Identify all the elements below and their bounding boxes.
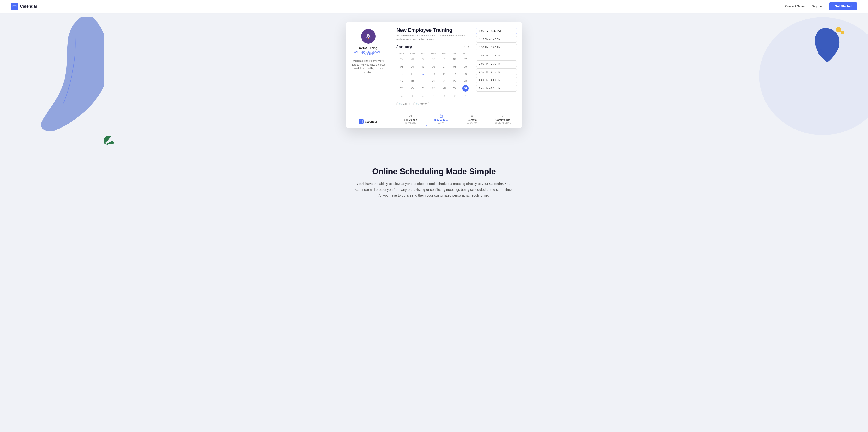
company-name: Acme Hiring xyxy=(359,46,377,50)
cal-day[interactable]: 22 xyxy=(452,78,458,84)
time-slot-7[interactable]: 2:45 PM – 3:15 PM xyxy=(476,85,517,92)
app-subtitle: Welcome to the team! Please select a dat… xyxy=(396,34,471,41)
time-slot-label: 2:15 PM – 2:45 PM xyxy=(479,70,500,73)
slot-arrow-icon: → xyxy=(511,29,514,32)
time-slot-label: 1:45 PM – 2:15 PM xyxy=(479,54,500,57)
contact-sales-link[interactable]: Contact Sales xyxy=(785,4,805,8)
tab-datetime[interactable]: Date & Time WHEN xyxy=(426,113,456,126)
app-card: Acme Hiring CALENDAR.COM/ACME-CO/HIRING … xyxy=(346,22,522,128)
cal-day[interactable]: 09 xyxy=(462,63,469,70)
tab-remote-label: Remote xyxy=(467,119,476,121)
cal-day[interactable]: 06 xyxy=(430,63,437,70)
calendar-week-4: 17 18 19 20 21 22 23 xyxy=(396,78,471,85)
svg-rect-0 xyxy=(13,5,16,8)
clock-icon-2: 🕐 xyxy=(416,103,418,106)
sign-in-link[interactable]: Sign In xyxy=(812,4,822,8)
cal-day[interactable]: 07 xyxy=(441,63,447,70)
cal-day[interactable]: 20 xyxy=(430,78,437,84)
cal-day[interactable]: 14 xyxy=(441,71,447,77)
cal-day[interactable]: 24 xyxy=(398,85,405,92)
cal-day[interactable]: 16 xyxy=(462,71,469,77)
decorative-leaf-right xyxy=(809,26,845,68)
company-description: Welcome to the team! We're here to help … xyxy=(350,59,386,74)
time-slots-panel: 1:00 PM – 1:30 PM → 1:15 PM – 1:45 PM 1:… xyxy=(476,27,517,93)
cal-day[interactable]: 03 xyxy=(398,63,405,70)
time-slot-2[interactable]: 1:30 PM – 2:00 PM xyxy=(476,44,517,51)
cal-day[interactable]: 5 xyxy=(441,92,447,99)
cal-day[interactable]: 4 xyxy=(430,92,437,99)
time-slot-label: 2:30 PM – 3:00 PM xyxy=(479,79,500,81)
cal-day[interactable]: 26 xyxy=(420,85,426,92)
cal-day[interactable]: 04 xyxy=(409,63,415,70)
time-slot-3[interactable]: 1:45 PM – 2:15 PM xyxy=(476,52,517,59)
time-slot-1[interactable]: 1:15 PM – 1:45 PM xyxy=(476,36,517,42)
cal-day[interactable]: 28 xyxy=(441,85,447,92)
cal-day[interactable]: 31 xyxy=(441,56,447,62)
calendar-grid: SUN MON TUE WED THU FRI SAT 27 xyxy=(396,52,471,99)
time-slot-label: 1:00 PM – 1:30 PM xyxy=(479,29,501,32)
cal-day[interactable]: 27 xyxy=(430,85,437,92)
cal-day[interactable]: 01 xyxy=(452,56,458,62)
cal-day[interactable]: 18 xyxy=(409,78,415,84)
cal-day[interactable]: 19 xyxy=(420,78,426,84)
svg-point-6 xyxy=(836,27,841,32)
remote-icon: 🖥 xyxy=(470,114,474,118)
tab-duration-label: 1 hr 30 min xyxy=(404,119,417,121)
cal-day[interactable]: 3 xyxy=(420,92,426,99)
time-slot-5[interactable]: 2:15 PM – 2:45 PM xyxy=(476,68,517,75)
calendar-day-headers: SUN MON TUE WED THU FRI SAT xyxy=(396,52,471,55)
cal-day-today[interactable]: 12 xyxy=(420,71,426,77)
cal-day[interactable]: 15 xyxy=(452,71,458,77)
cal-day[interactable]: 08 xyxy=(452,63,458,70)
svg-point-4 xyxy=(14,6,15,7)
get-started-button[interactable]: Get Started xyxy=(829,2,857,10)
cal-day[interactable]: 30 xyxy=(430,56,437,62)
cal-day[interactable]: 2 xyxy=(409,92,415,99)
calendar-next-button[interactable]: › xyxy=(467,45,471,49)
time-slot-4[interactable]: 2:00 PM – 2:30 PM xyxy=(476,60,517,67)
cal-day[interactable]: 23 xyxy=(462,78,469,84)
tab-datetime-sublabel: WHEN xyxy=(438,122,445,124)
tab-duration-sublabel: HOW LONG xyxy=(405,122,416,124)
cal-day[interactable]: 21 xyxy=(441,78,447,84)
datetime-icon xyxy=(440,114,443,118)
time-slot-label: 1:30 PM – 2:00 PM xyxy=(479,46,500,49)
sidebar-footer-logo-icon xyxy=(359,119,364,124)
cal-day[interactable]: 27 xyxy=(398,56,405,62)
cal-day[interactable]: 7 xyxy=(462,92,469,99)
tab-confirm[interactable]: ☑ Confirm Info BOOK MEETING xyxy=(488,113,518,126)
format-selector[interactable]: 🕐 AM/PM xyxy=(413,102,430,106)
svg-rect-17 xyxy=(440,115,443,117)
cal-header-fri: FRI xyxy=(450,52,460,55)
cal-day[interactable]: 28 xyxy=(409,56,415,62)
cal-day[interactable]: 17 xyxy=(398,78,405,84)
cal-day[interactable]: 13 xyxy=(430,71,437,77)
lower-section: Online Scheduling Made Simple You'll hav… xyxy=(0,153,868,217)
cal-day[interactable]: 02 xyxy=(462,56,469,62)
cal-day[interactable]: 29 xyxy=(420,56,426,62)
timezone-selector[interactable]: 🕐 MST xyxy=(396,102,410,106)
cal-day[interactable]: 10 xyxy=(398,71,405,77)
calendar-week-5: 24 25 26 27 28 29 30 xyxy=(396,85,471,92)
cal-day[interactable]: 1 xyxy=(398,92,405,99)
timezone-label: MST xyxy=(403,103,407,106)
time-slot-6[interactable]: 2:30 PM – 3:00 PM xyxy=(476,77,517,83)
calendar-prev-button[interactable]: ‹ xyxy=(462,45,466,49)
sidebar-footer: Calendar xyxy=(359,119,378,124)
cal-day[interactable]: 29 xyxy=(452,85,458,92)
tab-remote[interactable]: 🖥 Remote LOCATION xyxy=(457,113,487,126)
tab-duration[interactable]: ⏱ 1 hr 30 min HOW LONG xyxy=(396,113,425,126)
time-slot-0[interactable]: 1:00 PM – 1:30 PM → xyxy=(476,27,517,34)
cal-day[interactable]: 25 xyxy=(409,85,415,92)
svg-rect-12 xyxy=(360,120,363,123)
cal-day-selected[interactable]: 30 xyxy=(462,85,469,92)
app-sidebar: Acme Hiring CALENDAR.COM/ACME-CO/HIRING … xyxy=(346,22,391,128)
cal-day[interactable]: 6 xyxy=(452,92,458,99)
decorative-blob-left xyxy=(41,17,104,135)
time-slot-label: 2:45 PM – 3:15 PM xyxy=(479,87,500,89)
avatar xyxy=(361,29,376,44)
tab-remote-sublabel: LOCATION xyxy=(467,122,477,124)
cal-day[interactable]: 11 xyxy=(409,71,415,77)
cal-day[interactable]: 05 xyxy=(420,63,426,70)
calendar-nav: ‹ › xyxy=(462,45,471,49)
